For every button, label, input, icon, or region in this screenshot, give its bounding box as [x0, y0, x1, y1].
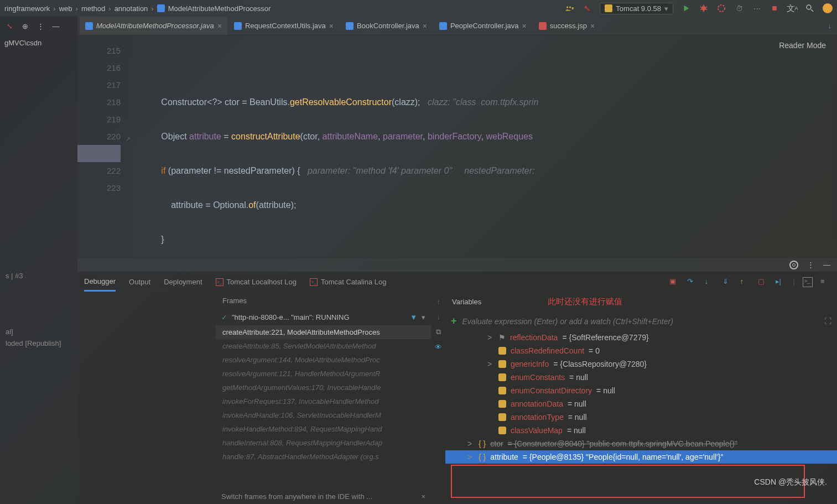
avatar-icon[interactable] [823, 3, 833, 13]
breadcrumb-item[interactable]: web [59, 4, 72, 13]
breadcrumb-item[interactable]: ringframework [4, 4, 50, 13]
editor-footer: ⋮ — [77, 257, 837, 272]
frame-row[interactable]: createAttribute:221, ModelAttributeMetho… [216, 325, 431, 339]
tomcat-local-tab[interactable]: >_Tomcat Localhost Log [216, 273, 297, 290]
close-icon[interactable]: × [217, 22, 222, 30]
hide-icon[interactable]: — [823, 261, 830, 269]
tab-scroll-icon[interactable]: ↓ [823, 22, 838, 30]
evaluate-input[interactable] [462, 317, 819, 326]
tab-model-attribute[interactable]: ModelAttributeMethodProcessor.java× [80, 17, 227, 35]
java-icon [346, 22, 353, 30]
copy-icon[interactable]: ⧉ [436, 328, 441, 336]
tab-people-controller[interactable]: PeopleController.java× [434, 17, 532, 35]
output-tab[interactable]: Output [129, 273, 150, 290]
select-opened-icon[interactable]: ⊕ [20, 21, 30, 31]
run-config-label: Tomcat 9.0.58 [616, 4, 661, 13]
variable-row[interactable]: annotationData = null [445, 397, 837, 411]
search-icon[interactable] [805, 3, 815, 13]
variable-row[interactable]: >genericInfo = {ClassRepository@7280} [445, 357, 837, 371]
debug-panel: Debugger Output Deployment >_Tomcat Loca… [77, 272, 837, 504]
thread-selector[interactable]: ✓ "http-nio-8080-e... "main": RUNNING ▼ … [216, 310, 431, 325]
add-watch-icon[interactable]: + [451, 315, 457, 327]
force-step-into-icon[interactable]: ⇓ [722, 277, 732, 287]
minimap[interactable] [830, 35, 837, 257]
frame-row[interactable]: invokeHandlerMethod:894, RequestMappingH… [216, 422, 431, 436]
svg-point-3 [807, 5, 811, 9]
up-icon[interactable]: ↑ [436, 298, 440, 306]
variable-row[interactable]: classRedefinedCount = 0 [445, 344, 837, 357]
frame-row[interactable]: createAttribute:85, ServletModelAttribut… [216, 339, 431, 353]
variable-row[interactable]: enumConstantDirectory = null [445, 384, 837, 397]
close-icon[interactable]: × [522, 22, 527, 30]
frame-row[interactable]: handle:87, AbstractHandlerMethodAdapter … [216, 450, 431, 464]
project-path[interactable]: gMVC\csdn [0, 35, 77, 50]
reader-mode-label[interactable]: Reader Mode [779, 41, 826, 50]
close-icon[interactable]: × [421, 492, 425, 501]
tab-book-controller[interactable]: BookController.java× [340, 17, 433, 35]
hide-icon[interactable]: — [51, 21, 61, 31]
frames-list[interactable]: createAttribute:221, ModelAttributeMetho… [216, 325, 431, 489]
editor-tabs: ModelAttributeMethodProcessor.java× Requ… [77, 17, 837, 35]
more-icon[interactable]: ⋮ [35, 21, 45, 31]
run-icon[interactable] [681, 3, 691, 13]
frame-row[interactable]: invokeForRequest:137, InvocableHandlerMe… [216, 394, 431, 408]
variable-row[interactable]: >{ }ctor = {Constructor@8040} "public co… [445, 437, 837, 450]
code-content[interactable]: Constructor<?> ctor = BeanUtils.getResol… [132, 35, 837, 257]
frame-row[interactable]: resolveArgument:144, ModelAttributeMetho… [216, 353, 431, 367]
expand-icon[interactable]: ⛶ [824, 317, 831, 325]
watch-icon[interactable]: 👁 [435, 343, 442, 351]
variable-row[interactable]: >⚑reflectionData = {SoftReference@7279} [445, 331, 837, 344]
code-with-me-icon[interactable]: ▾ [564, 3, 574, 13]
variable-row[interactable]: enumConstants = null [445, 371, 837, 384]
frame-row[interactable]: handleInternal:808, RequestMappingHandle… [216, 436, 431, 450]
target-icon[interactable] [789, 261, 798, 269]
deployment-tab[interactable]: Deployment [164, 273, 202, 290]
variable-row[interactable]: classValueMap = null [445, 424, 837, 437]
run-to-cursor-icon[interactable]: ▸| [776, 277, 786, 287]
step-out-icon[interactable]: ↑ [740, 277, 750, 287]
chevron-down-icon[interactable]: ▾ [422, 313, 425, 321]
line-gutter: 215 216 217 218 219 220 221 222 223 ↗ [77, 35, 132, 257]
attach-icon[interactable]: ⋯ [752, 3, 762, 13]
variables-column: Variables 此时还没有进行赋值 + ⛶ >⚑reflectionData… [445, 292, 837, 504]
breadcrumb-class[interactable]: ModelAttributeMethodProcessor [168, 4, 271, 13]
step-into-icon[interactable]: ↓ [705, 277, 715, 287]
debugger-tab[interactable]: Debugger [84, 273, 116, 292]
variable-row[interactable]: >{ }attribute = {People@8135} "People{id… [445, 450, 837, 464]
build-icon[interactable] [582, 3, 592, 13]
show-exec-point-icon[interactable]: ▣ [669, 277, 679, 287]
filter-icon[interactable]: ▼ [410, 313, 417, 321]
language-icon[interactable]: 文A [787, 3, 797, 13]
more-icon[interactable]: ⋮ [807, 261, 814, 269]
project-pane: ⤡ ⊕ ⋮ — gMVC\csdn [0, 17, 77, 504]
drop-frame-icon[interactable]: ▢ [758, 277, 768, 287]
down-icon[interactable]: ↓ [436, 313, 440, 321]
breadcrumb-item[interactable]: method [81, 4, 105, 13]
code-editor[interactable]: Reader Mode 215 216 217 218 219 220 221 … [77, 35, 837, 257]
close-icon[interactable]: × [423, 22, 427, 30]
java-icon [85, 22, 93, 30]
frame-row[interactable]: invokeAndHandle:106, ServletInvocableHan… [216, 408, 431, 422]
frame-row[interactable]: resolveArgument:121, HandlerMethodArgume… [216, 367, 431, 381]
stop-icon[interactable] [770, 3, 779, 13]
close-icon[interactable]: × [329, 22, 334, 30]
run-config-selector[interactable]: Tomcat 9.0.58 ▾ [600, 3, 673, 14]
variable-row[interactable]: annotationType = null [445, 411, 837, 424]
tab-request-context[interactable]: RequestContextUtils.java× [228, 17, 339, 35]
evaluate-icon[interactable]: >_ [803, 277, 813, 287]
profiler-icon[interactable]: ⏱ [734, 3, 744, 13]
close-icon[interactable]: × [590, 22, 595, 30]
topbar: ringframework› web› method› annotation› … [0, 0, 837, 17]
variables-header: Variables [452, 298, 481, 306]
frame-row[interactable]: getMethodArgumentValues:170, InvocableHa… [216, 381, 431, 394]
tab-success-jsp[interactable]: success.jsp× [533, 17, 600, 35]
tomcat-icon [605, 4, 612, 12]
collapse-icon[interactable]: ⤡ [4, 21, 14, 31]
trace-icon[interactable]: ≡ [820, 277, 830, 287]
log-icon: >_ [310, 278, 318, 286]
coverage-icon[interactable] [716, 3, 726, 13]
breadcrumb-item[interactable]: annotation [115, 4, 148, 13]
step-over-icon[interactable]: ↷ [687, 277, 697, 287]
tomcat-catalina-tab[interactable]: >_Tomcat Catalina Log [310, 273, 387, 290]
debug-icon[interactable] [699, 3, 709, 13]
